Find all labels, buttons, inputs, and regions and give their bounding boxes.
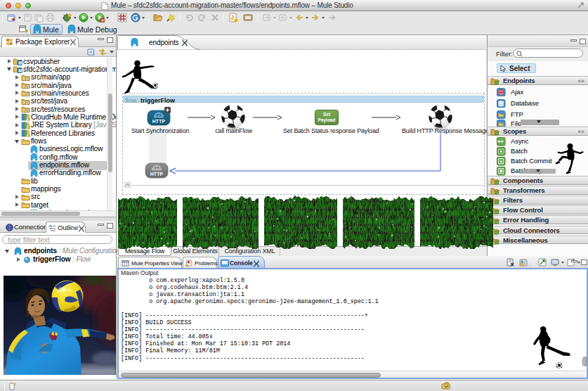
svg-text:Set: Set [323,112,331,117]
svg-text:HTTP: HTTP [152,119,166,124]
svg-text:HTTP: HTTP [150,172,164,177]
svg-text:Payload: Payload [318,117,336,123]
svg-text:J: J [230,14,234,21]
